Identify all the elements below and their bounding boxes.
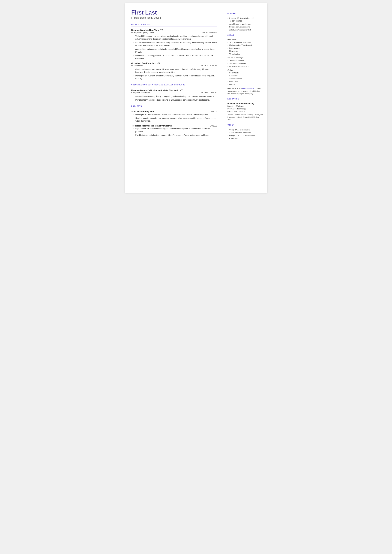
software-list: SolarWinds SuperOps Atera Helpdesk Fresh…: [227, 71, 263, 86]
job-2-bullet-2: Developed an inventory system tracking f…: [133, 74, 217, 80]
volunteering-title: VOLUNTEERING ACTIVITIES AND EXTRACURRICU…: [131, 84, 217, 86]
projects-divider: [131, 108, 217, 108]
industry-skill-3: IT Service Management: [227, 65, 263, 68]
left-column: First Last IT Help Desk (Entry Level) WO…: [125, 3, 223, 193]
contact-list: Phoenix, AZ (Open to Remote) +1-234-456-…: [227, 17, 263, 31]
project-2-name: Troubleshooter for the Visually Impaired: [131, 125, 172, 127]
work-experience-title: WORK EXPERIENCE: [131, 24, 217, 26]
project-1-bullet-2: Created an autoresponder that connects c…: [133, 117, 217, 122]
job-2: Growthsi, San Francisco, CA IT Technicia…: [131, 62, 217, 80]
job-2-role-row: IT Technician 06/2010 – 12/2014: [131, 65, 217, 68]
other-list: CompTIA A+ Certification. AppleCare Mac …: [227, 128, 263, 140]
job-1-bullet-4: Provided technical support via 120 phone…: [133, 54, 217, 60]
contact-title: CONTACT: [227, 12, 263, 14]
hard-skill-2: IT diagnostics (Experienced): [227, 44, 263, 47]
job-2-title-row: Growthsi, San Francisco, CA: [131, 62, 217, 64]
project-2: Troubleshooter for the Visually Impaired…: [131, 125, 217, 137]
contact-item-3: email@resumeworded.com: [227, 23, 263, 25]
project-1-bullets: Developed 15 remote assistance bots, whi…: [133, 113, 217, 122]
volunteering-divider: [131, 87, 217, 87]
job-1-bullet-1: Trained 2K users on how to navigate appl…: [133, 35, 217, 40]
contact-item-1: Phoenix, AZ (Open to Remote): [227, 17, 263, 20]
other-item-2: AppleCare Mac Technician.: [227, 131, 263, 134]
job-1-bullet-3: Assisted in creating documentation for e…: [133, 48, 217, 53]
hard-skills-label: Hard Skills:: [227, 39, 263, 40]
promo-before: Don't forget to use: [227, 87, 242, 89]
work-divider: [131, 27, 217, 27]
hard-skill-5: Virtualization: [227, 53, 263, 56]
hard-skill-3: Data Analysis: [227, 47, 263, 49]
hard-skill-1: Troubleshooting (Advanced): [227, 41, 263, 44]
volunteer-1-role: Computer Technician: [131, 91, 150, 94]
volunteer-1-title-row: Resume Worded's Business Society, New Yo…: [131, 89, 217, 91]
hard-skill-4: Networking: [227, 49, 263, 52]
edu-awards: Awards: Resume Worded Teaching Fellow (o…: [227, 113, 263, 121]
other-title: OTHER: [227, 124, 263, 126]
project-1: Auto Responding Bots 05/2009 Developed 1…: [131, 110, 217, 122]
contact-item-2: +1-234-456-789: [227, 20, 263, 22]
job-1-role: IT Help Desk (Entry Level): [131, 31, 154, 34]
job-2-role: IT Technician: [131, 65, 143, 67]
job-1-bullet-2: Increased the customer satisfaction rati…: [133, 41, 217, 47]
job-1-role-row: IT Help Desk (Entry Level) 01/2015 – Pre…: [131, 31, 217, 35]
job-1: Resume Worded, New York, NY IT Help Desk…: [131, 29, 217, 60]
projects-title: PROJECTS: [131, 105, 217, 107]
job-1-title-row: Resume Worded, New York, NY: [131, 29, 217, 31]
project-2-date: 04/2009: [210, 125, 217, 127]
volunteer-1-employer: Resume Worded's Business Society, New Yo…: [131, 89, 183, 91]
software-1: SolarWinds: [227, 71, 263, 74]
project-2-bullet-2: Provided documentation that resolves 95%…: [133, 134, 217, 137]
volunteer-1-bullet-1: Assisted the community library in upgrad…: [133, 95, 217, 98]
volunteer-1: Resume Worded's Business Society, New Yo…: [131, 89, 217, 101]
job-1-employer: Resume Worded, New York, NY: [131, 29, 163, 31]
resume-page: First Last IT Help Desk (Entry Level) WO…: [125, 3, 267, 193]
edu-school: Resume Worded University: [227, 102, 263, 105]
industry-skills-list: Technical Support Software Installation …: [227, 59, 263, 68]
job-2-dates: 06/2010 – 12/2014: [201, 65, 217, 67]
project-2-bullet-1: Implemented 21 assistive technologies fo…: [133, 127, 217, 133]
industry-skill-1: Technical Support: [227, 59, 263, 62]
software-5: Dezide: [227, 83, 263, 86]
project-1-bullet-1: Developed 15 remote assistance bots, whi…: [133, 113, 217, 116]
contact-item-5: github.com/resumeworded: [227, 28, 263, 31]
contact-divider: [227, 15, 263, 15]
job-1-bullets: Trained 2K users on how to navigate appl…: [133, 35, 217, 60]
volunteer-1-role-row: Computer Technician 06/2009 – 04/2010: [131, 91, 217, 95]
edu-degree: Bachelor of Science: [227, 105, 263, 108]
software-label: Software:: [227, 69, 263, 71]
project-1-date: 05/2009: [210, 111, 217, 113]
volunteer-1-dates: 06/2009 – 04/2010: [201, 91, 217, 94]
candidate-title: IT Help Desk (Entry Level): [131, 16, 217, 19]
industry-label: Industry Knowledge:: [227, 57, 263, 59]
volunteer-1-bullet-2: Provided technical support and training …: [133, 98, 217, 101]
job-1-dates: 01/2015 – Present: [201, 31, 217, 34]
project-1-name: Auto Responding Bots: [131, 110, 154, 113]
job-2-bullet-1: Conducted system backups on 14 servers a…: [133, 68, 217, 74]
skills-title: SKILLS: [227, 34, 263, 36]
project-2-title-row: Troubleshooter for the Visually Impaired…: [131, 125, 217, 127]
software-3: Atera Helpdesk: [227, 77, 263, 80]
other-item-3: Google IT Support Professional Certifica…: [227, 134, 263, 140]
project-1-title-row: Auto Responding Bots 05/2009: [131, 110, 217, 113]
hard-skills-list: Troubleshooting (Advanced) IT diagnostic…: [227, 41, 263, 56]
project-2-bullets: Implemented 21 assistive technologies fo…: [133, 127, 217, 137]
edu-location-date: Boston, MA — 05/2010: [227, 110, 263, 113]
education-title: EDUCATION: [227, 98, 263, 100]
promo-text: Don't forget to use Resume Worded to sca…: [227, 87, 263, 95]
software-4: Freshdesk: [227, 80, 263, 83]
candidate-name: First Last: [131, 9, 217, 16]
contact-item-4: linkedin.com/in/username: [227, 25, 263, 28]
right-column: CONTACT Phoenix, AZ (Open to Remote) +1-…: [223, 3, 267, 193]
promo-link[interactable]: Resume Worded: [242, 87, 255, 89]
job-2-bullets: Conducted system backups on 14 servers a…: [133, 68, 217, 80]
software-2: SuperOps: [227, 74, 263, 77]
job-2-employer: Growthsi, San Francisco, CA: [131, 62, 161, 64]
skills-divider: [227, 37, 263, 37]
edu-field: Information Technology: [227, 108, 263, 110]
volunteer-1-bullets: Assisted the community library in upgrad…: [133, 95, 217, 101]
industry-skill-2: Software Installation: [227, 62, 263, 65]
other-item-1: CompTIA A+ Certification.: [227, 128, 263, 131]
